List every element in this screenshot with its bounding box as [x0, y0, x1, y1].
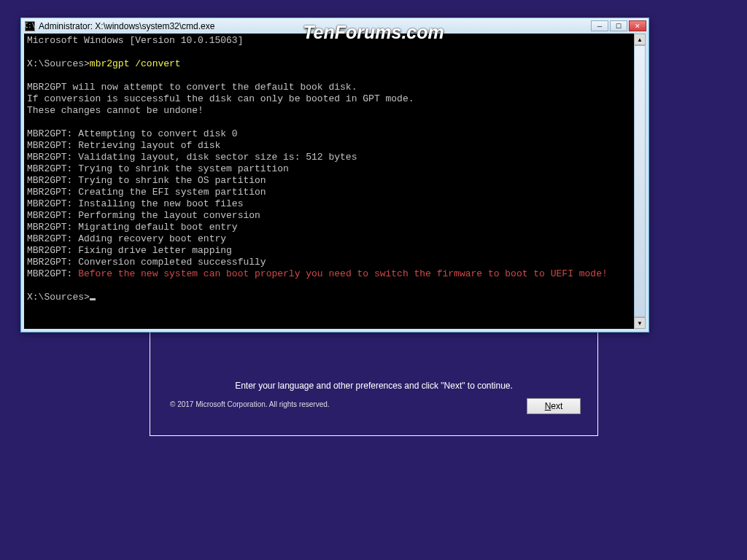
prompt-line-1: X:\Sources>mbr2gpt /convert	[27, 58, 643, 70]
warning-line: MBR2GPT: Before the new system can boot …	[27, 268, 643, 280]
output-line: MBR2GPT: Installing the new boot files	[27, 198, 643, 210]
output-line: MBR2GPT: Retrieving layout of disk	[27, 140, 643, 152]
vertical-scrollbar[interactable]: ▲ ▼	[634, 34, 646, 329]
scroll-thumb[interactable]	[634, 45, 646, 317]
output-line: MBR2GPT: Validating layout, disk sector …	[27, 152, 643, 163]
output-line: MBR2GPT: Attempting to convert disk 0	[27, 128, 643, 140]
version-line: Microsoft Windows [Version 10.0.15063]	[27, 35, 643, 47]
output-line: These changes cannot be undone!	[27, 105, 643, 117]
window-title: Administrator: X:\windows\system32\cmd.e…	[39, 21, 591, 31]
prompt-2: X:\Sources>	[27, 292, 90, 303]
copyright-text: © 2017 Microsoft Corporation. All rights…	[170, 400, 330, 408]
prompt-1: X:\Sources>	[27, 58, 90, 69]
scroll-down-button[interactable]: ▼	[634, 317, 646, 329]
output-line: MBR2GPT: Fixing drive letter mapping	[27, 245, 643, 257]
next-button[interactable]: Next	[527, 398, 581, 414]
output-line: MBR2GPT: Trying to shrink the system par…	[27, 163, 643, 175]
output-line: MBR2GPT will now attempt to convert the …	[27, 82, 643, 93]
warn-prefix: MBR2GPT:	[27, 268, 78, 279]
cursor	[90, 298, 96, 300]
cmd-icon: C:\	[25, 21, 35, 31]
scroll-up-button[interactable]: ▲	[634, 34, 646, 45]
next-button-rest: ext	[551, 401, 562, 411]
blank-line	[27, 280, 643, 292]
window-buttons: ─ ☐ ✕	[591, 20, 646, 31]
blank-line	[27, 47, 643, 58]
close-button[interactable]: ✕	[629, 20, 646, 31]
output-line: MBR2GPT: Migrating default boot entry	[27, 222, 643, 233]
setup-content: Enter your language and other preference…	[152, 368, 595, 433]
minimize-button[interactable]: ─	[591, 20, 608, 31]
setup-instruction-text: Enter your language and other preference…	[167, 381, 581, 391]
entered-command: mbr2gpt /convert	[90, 58, 181, 69]
output-line: MBR2GPT: Creating the EFI system partiti…	[27, 187, 643, 198]
output-line: MBR2GPT: Adding recovery boot entry	[27, 233, 643, 245]
output-line	[27, 70, 643, 82]
output-line: MBR2GPT: Performing the layout conversio…	[27, 210, 643, 222]
titlebar[interactable]: C:\ Administrator: X:\windows\system32\c…	[21, 18, 649, 34]
output-line	[27, 117, 643, 128]
warn-text: Before the new system can boot properly …	[78, 268, 608, 279]
prompt-line-2: X:\Sources>	[27, 292, 643, 303]
cmd-output[interactable]: Microsoft Windows [Version 10.0.15063] X…	[24, 34, 646, 329]
output-line: MBR2GPT: Trying to shrink the OS partiti…	[27, 175, 643, 187]
cmd-window: C:\ Administrator: X:\windows\system32\c…	[20, 18, 649, 332]
output-line: If conversion is successful the disk can…	[27, 93, 643, 105]
output-line: MBR2GPT: Conversion completed successful…	[27, 257, 643, 268]
maximize-button[interactable]: ☐	[610, 20, 627, 31]
